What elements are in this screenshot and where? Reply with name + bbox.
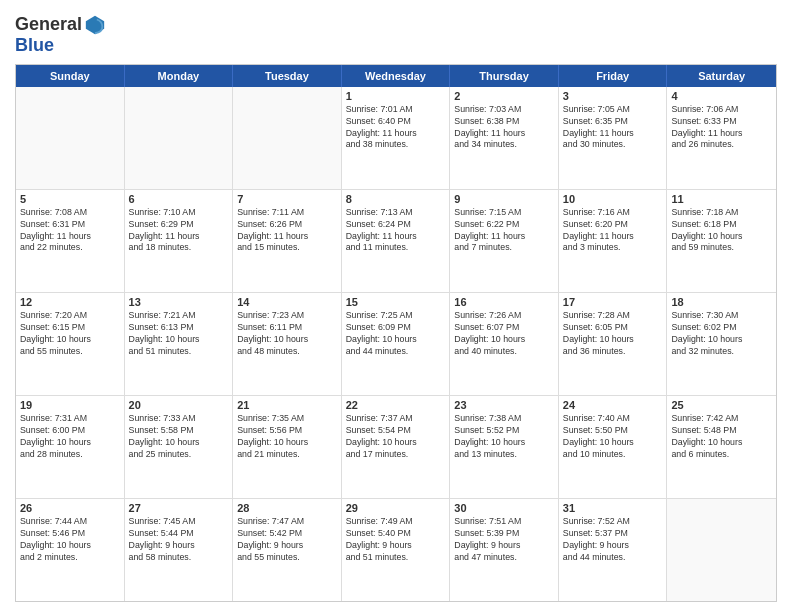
day-detail: Sunrise: 7:03 AM Sunset: 6:38 PM Dayligh… (454, 104, 554, 152)
day-detail: Sunrise: 7:47 AM Sunset: 5:42 PM Dayligh… (237, 516, 337, 564)
day-number: 14 (237, 296, 337, 308)
day-detail: Sunrise: 7:51 AM Sunset: 5:39 PM Dayligh… (454, 516, 554, 564)
day-detail: Sunrise: 7:45 AM Sunset: 5:44 PM Dayligh… (129, 516, 229, 564)
header: General Blue (15, 10, 777, 56)
day-detail: Sunrise: 7:31 AM Sunset: 6:00 PM Dayligh… (20, 413, 120, 461)
day-cell-30: 30Sunrise: 7:51 AM Sunset: 5:39 PM Dayli… (450, 499, 559, 601)
weekday-header-monday: Monday (125, 65, 234, 87)
day-number: 5 (20, 193, 120, 205)
day-detail: Sunrise: 7:23 AM Sunset: 6:11 PM Dayligh… (237, 310, 337, 358)
logo-icon (84, 14, 106, 36)
calendar-row-1: 1Sunrise: 7:01 AM Sunset: 6:40 PM Daylig… (16, 87, 776, 190)
day-cell-22: 22Sunrise: 7:37 AM Sunset: 5:54 PM Dayli… (342, 396, 451, 498)
day-cell-6: 6Sunrise: 7:10 AM Sunset: 6:29 PM Daylig… (125, 190, 234, 292)
day-number: 16 (454, 296, 554, 308)
day-cell-4: 4Sunrise: 7:06 AM Sunset: 6:33 PM Daylig… (667, 87, 776, 189)
day-detail: Sunrise: 7:25 AM Sunset: 6:09 PM Dayligh… (346, 310, 446, 358)
weekday-header-thursday: Thursday (450, 65, 559, 87)
day-cell-9: 9Sunrise: 7:15 AM Sunset: 6:22 PM Daylig… (450, 190, 559, 292)
day-detail: Sunrise: 7:06 AM Sunset: 6:33 PM Dayligh… (671, 104, 772, 152)
day-cell-15: 15Sunrise: 7:25 AM Sunset: 6:09 PM Dayli… (342, 293, 451, 395)
day-number: 19 (20, 399, 120, 411)
day-cell-21: 21Sunrise: 7:35 AM Sunset: 5:56 PM Dayli… (233, 396, 342, 498)
day-number: 23 (454, 399, 554, 411)
calendar-row-5: 26Sunrise: 7:44 AM Sunset: 5:46 PM Dayli… (16, 499, 776, 601)
day-cell-23: 23Sunrise: 7:38 AM Sunset: 5:52 PM Dayli… (450, 396, 559, 498)
day-cell-3: 3Sunrise: 7:05 AM Sunset: 6:35 PM Daylig… (559, 87, 668, 189)
day-number: 28 (237, 502, 337, 514)
day-cell-8: 8Sunrise: 7:13 AM Sunset: 6:24 PM Daylig… (342, 190, 451, 292)
day-number: 31 (563, 502, 663, 514)
day-cell-17: 17Sunrise: 7:28 AM Sunset: 6:05 PM Dayli… (559, 293, 668, 395)
logo-blue-text: Blue (15, 36, 54, 56)
day-detail: Sunrise: 7:05 AM Sunset: 6:35 PM Dayligh… (563, 104, 663, 152)
day-cell-29: 29Sunrise: 7:49 AM Sunset: 5:40 PM Dayli… (342, 499, 451, 601)
day-number: 27 (129, 502, 229, 514)
day-cell-25: 25Sunrise: 7:42 AM Sunset: 5:48 PM Dayli… (667, 396, 776, 498)
day-detail: Sunrise: 7:42 AM Sunset: 5:48 PM Dayligh… (671, 413, 772, 461)
weekday-header-saturday: Saturday (667, 65, 776, 87)
day-number: 30 (454, 502, 554, 514)
day-detail: Sunrise: 7:35 AM Sunset: 5:56 PM Dayligh… (237, 413, 337, 461)
day-number: 29 (346, 502, 446, 514)
weekday-header-wednesday: Wednesday (342, 65, 451, 87)
day-number: 12 (20, 296, 120, 308)
day-cell-28: 28Sunrise: 7:47 AM Sunset: 5:42 PM Dayli… (233, 499, 342, 601)
day-detail: Sunrise: 7:37 AM Sunset: 5:54 PM Dayligh… (346, 413, 446, 461)
calendar-row-4: 19Sunrise: 7:31 AM Sunset: 6:00 PM Dayli… (16, 396, 776, 499)
day-detail: Sunrise: 7:20 AM Sunset: 6:15 PM Dayligh… (20, 310, 120, 358)
day-detail: Sunrise: 7:44 AM Sunset: 5:46 PM Dayligh… (20, 516, 120, 564)
calendar: SundayMondayTuesdayWednesdayThursdayFrid… (15, 64, 777, 602)
day-cell-13: 13Sunrise: 7:21 AM Sunset: 6:13 PM Dayli… (125, 293, 234, 395)
calendar-row-3: 12Sunrise: 7:20 AM Sunset: 6:15 PM Dayli… (16, 293, 776, 396)
day-number: 18 (671, 296, 772, 308)
day-detail: Sunrise: 7:15 AM Sunset: 6:22 PM Dayligh… (454, 207, 554, 255)
day-detail: Sunrise: 7:21 AM Sunset: 6:13 PM Dayligh… (129, 310, 229, 358)
day-cell-10: 10Sunrise: 7:16 AM Sunset: 6:20 PM Dayli… (559, 190, 668, 292)
day-detail: Sunrise: 7:10 AM Sunset: 6:29 PM Dayligh… (129, 207, 229, 255)
day-cell-11: 11Sunrise: 7:18 AM Sunset: 6:18 PM Dayli… (667, 190, 776, 292)
day-cell-27: 27Sunrise: 7:45 AM Sunset: 5:44 PM Dayli… (125, 499, 234, 601)
day-number: 25 (671, 399, 772, 411)
day-number: 22 (346, 399, 446, 411)
empty-cell (233, 87, 342, 189)
day-cell-2: 2Sunrise: 7:03 AM Sunset: 6:38 PM Daylig… (450, 87, 559, 189)
day-number: 11 (671, 193, 772, 205)
day-number: 1 (346, 90, 446, 102)
day-detail: Sunrise: 7:30 AM Sunset: 6:02 PM Dayligh… (671, 310, 772, 358)
day-cell-1: 1Sunrise: 7:01 AM Sunset: 6:40 PM Daylig… (342, 87, 451, 189)
day-cell-31: 31Sunrise: 7:52 AM Sunset: 5:37 PM Dayli… (559, 499, 668, 601)
day-cell-26: 26Sunrise: 7:44 AM Sunset: 5:46 PM Dayli… (16, 499, 125, 601)
day-cell-14: 14Sunrise: 7:23 AM Sunset: 6:11 PM Dayli… (233, 293, 342, 395)
day-detail: Sunrise: 7:08 AM Sunset: 6:31 PM Dayligh… (20, 207, 120, 255)
page: General Blue SundayMondayTuesdayWednesda… (0, 0, 792, 612)
day-cell-7: 7Sunrise: 7:11 AM Sunset: 6:26 PM Daylig… (233, 190, 342, 292)
day-detail: Sunrise: 7:26 AM Sunset: 6:07 PM Dayligh… (454, 310, 554, 358)
day-detail: Sunrise: 7:52 AM Sunset: 5:37 PM Dayligh… (563, 516, 663, 564)
day-cell-20: 20Sunrise: 7:33 AM Sunset: 5:58 PM Dayli… (125, 396, 234, 498)
calendar-body: 1Sunrise: 7:01 AM Sunset: 6:40 PM Daylig… (16, 87, 776, 601)
day-number: 15 (346, 296, 446, 308)
day-detail: Sunrise: 7:33 AM Sunset: 5:58 PM Dayligh… (129, 413, 229, 461)
day-number: 7 (237, 193, 337, 205)
day-number: 26 (20, 502, 120, 514)
weekday-header-tuesday: Tuesday (233, 65, 342, 87)
day-number: 10 (563, 193, 663, 205)
day-detail: Sunrise: 7:38 AM Sunset: 5:52 PM Dayligh… (454, 413, 554, 461)
day-cell-5: 5Sunrise: 7:08 AM Sunset: 6:31 PM Daylig… (16, 190, 125, 292)
empty-cell (16, 87, 125, 189)
day-detail: Sunrise: 7:18 AM Sunset: 6:18 PM Dayligh… (671, 207, 772, 255)
day-detail: Sunrise: 7:16 AM Sunset: 6:20 PM Dayligh… (563, 207, 663, 255)
logo-general-text: General (15, 15, 82, 35)
day-number: 13 (129, 296, 229, 308)
empty-cell (125, 87, 234, 189)
day-number: 20 (129, 399, 229, 411)
day-number: 6 (129, 193, 229, 205)
day-number: 8 (346, 193, 446, 205)
day-number: 21 (237, 399, 337, 411)
day-detail: Sunrise: 7:01 AM Sunset: 6:40 PM Dayligh… (346, 104, 446, 152)
day-cell-24: 24Sunrise: 7:40 AM Sunset: 5:50 PM Dayli… (559, 396, 668, 498)
calendar-row-2: 5Sunrise: 7:08 AM Sunset: 6:31 PM Daylig… (16, 190, 776, 293)
day-number: 24 (563, 399, 663, 411)
day-cell-12: 12Sunrise: 7:20 AM Sunset: 6:15 PM Dayli… (16, 293, 125, 395)
